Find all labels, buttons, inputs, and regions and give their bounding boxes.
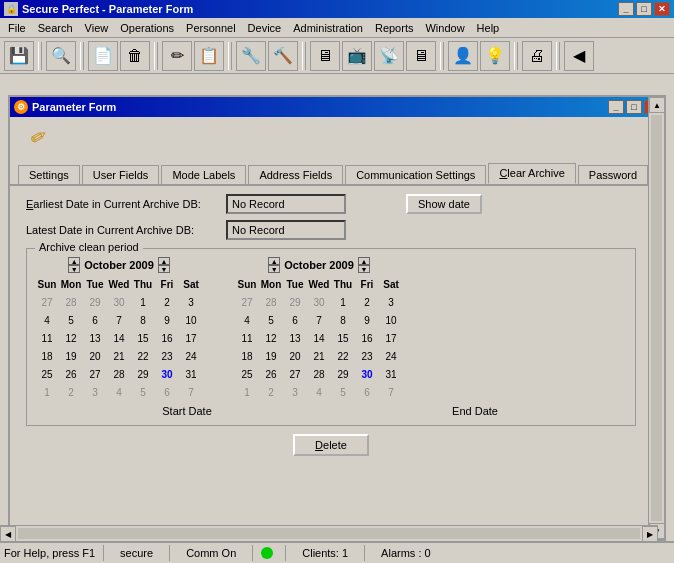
table-row[interactable]: 3 <box>283 383 307 401</box>
table-row[interactable]: 16 <box>155 329 179 347</box>
table-row[interactable]: 16 <box>355 329 379 347</box>
table-row[interactable]: 14 <box>307 329 331 347</box>
cal-right-down-button[interactable]: ▼ <box>268 265 280 273</box>
table-row[interactable]: 30 <box>355 365 379 383</box>
cal-right-down2-button[interactable]: ▼ <box>358 265 370 273</box>
table-row[interactable]: 12 <box>59 329 83 347</box>
table-row[interactable]: 23 <box>155 347 179 365</box>
table-row[interactable]: 9 <box>355 311 379 329</box>
cal-left-nav2[interactable]: ▲ ▼ <box>158 257 170 273</box>
table-row[interactable]: 10 <box>379 311 403 329</box>
menu-operations[interactable]: Operations <box>114 20 180 36</box>
light-button[interactable]: 💡 <box>480 41 510 71</box>
tab-password[interactable]: Password <box>578 165 648 184</box>
table-row[interactable]: 31 <box>379 365 403 383</box>
table-row[interactable]: 25 <box>35 365 59 383</box>
table-row[interactable]: 4 <box>235 311 259 329</box>
hscroll-right-button[interactable]: ▶ <box>642 526 658 542</box>
table-row[interactable]: 6 <box>83 311 107 329</box>
table-row[interactable]: 18 <box>235 347 259 365</box>
cal-right-up2-button[interactable]: ▲ <box>358 257 370 265</box>
table-row[interactable]: 5 <box>131 383 155 401</box>
scroll-up-button[interactable]: ▲ <box>649 97 665 113</box>
table-row[interactable]: 27 <box>83 365 107 383</box>
table-row[interactable]: 5 <box>259 311 283 329</box>
scroll-thumb[interactable] <box>651 115 662 521</box>
table-row[interactable]: 28 <box>59 293 83 311</box>
close-button[interactable]: ✕ <box>654 2 670 16</box>
table-row[interactable]: 15 <box>131 329 155 347</box>
cal-right-up-button[interactable]: ▲ <box>268 257 280 265</box>
menu-search[interactable]: Search <box>32 20 79 36</box>
hscroll-thumb[interactable] <box>18 528 640 539</box>
table-row[interactable]: 29 <box>83 293 107 311</box>
table-row[interactable]: 25 <box>235 365 259 383</box>
table-row[interactable]: 30 <box>107 293 131 311</box>
table-row[interactable]: 21 <box>307 347 331 365</box>
table-row[interactable]: 29 <box>131 365 155 383</box>
menu-help[interactable]: Help <box>471 20 506 36</box>
screen-button[interactable]: 🖥 <box>406 41 436 71</box>
table-row[interactable]: 8 <box>131 311 155 329</box>
cal-left-nav[interactable]: ▲ ▼ <box>68 257 80 273</box>
horizontal-scrollbar[interactable]: ◀ ▶ <box>0 525 658 541</box>
table-row[interactable]: 28 <box>259 293 283 311</box>
table-row[interactable]: 11 <box>235 329 259 347</box>
table-row[interactable]: 27 <box>235 293 259 311</box>
table-row[interactable]: 4 <box>307 383 331 401</box>
copy-button[interactable]: 📋 <box>194 41 224 71</box>
table-row[interactable]: 17 <box>379 329 403 347</box>
cal-left-down-button[interactable]: ▼ <box>68 265 80 273</box>
show-date-button[interactable]: Show date <box>406 194 482 214</box>
table-row[interactable]: 6 <box>155 383 179 401</box>
menu-personnel[interactable]: Personnel <box>180 20 242 36</box>
table-row[interactable]: 27 <box>283 365 307 383</box>
latest-date-input[interactable] <box>226 220 346 240</box>
param-minimize-button[interactable]: _ <box>608 100 624 114</box>
table-row[interactable]: 9 <box>155 311 179 329</box>
wifi-button[interactable]: 📡 <box>374 41 404 71</box>
monitor2-button[interactable]: 📺 <box>342 41 372 71</box>
cal-left-up-button[interactable]: ▲ <box>68 257 80 265</box>
save-button[interactable]: 💾 <box>4 41 34 71</box>
printer-button[interactable]: 🖨 <box>522 41 552 71</box>
table-row[interactable]: 6 <box>355 383 379 401</box>
tab-settings[interactable]: Settings <box>18 165 80 184</box>
user-button[interactable]: 👤 <box>448 41 478 71</box>
menu-window[interactable]: Window <box>419 20 470 36</box>
table-row[interactable]: 4 <box>35 311 59 329</box>
cal-right-nav[interactable]: ▲ ▼ <box>268 257 280 273</box>
table-row[interactable]: 4 <box>107 383 131 401</box>
hscroll-left-button[interactable]: ◀ <box>0 526 16 542</box>
table-row[interactable]: 7 <box>179 383 203 401</box>
table-row[interactable]: 6 <box>283 311 307 329</box>
minimize-button[interactable]: _ <box>618 2 634 16</box>
monitor-button[interactable]: 🖥 <box>310 41 340 71</box>
table-row[interactable]: 18 <box>35 347 59 365</box>
table-row[interactable]: 8 <box>331 311 355 329</box>
table-row[interactable]: 31 <box>179 365 203 383</box>
table-row[interactable]: 3 <box>379 293 403 311</box>
search-button[interactable]: 🔍 <box>46 41 76 71</box>
cal-left-up2-button[interactable]: ▲ <box>158 257 170 265</box>
table-row[interactable]: 30 <box>307 293 331 311</box>
vertical-scrollbar[interactable]: ▲ ▼ <box>648 97 664 539</box>
table-row[interactable]: 11 <box>35 329 59 347</box>
param-maximize-button[interactable]: □ <box>626 100 642 114</box>
table-row[interactable]: 7 <box>107 311 131 329</box>
table-row[interactable]: 1 <box>331 293 355 311</box>
table-row[interactable]: 7 <box>307 311 331 329</box>
table-row[interactable]: 3 <box>179 293 203 311</box>
table-row[interactable]: 27 <box>35 293 59 311</box>
table-row[interactable]: 22 <box>331 347 355 365</box>
cal-right-nav2[interactable]: ▲ ▼ <box>358 257 370 273</box>
table-row[interactable]: 12 <box>259 329 283 347</box>
tab-communication-settings[interactable]: Communication Settings <box>345 165 486 184</box>
table-row[interactable]: 22 <box>131 347 155 365</box>
back-button[interactable]: ◀ <box>564 41 594 71</box>
table-row[interactable]: 17 <box>179 329 203 347</box>
tab-clear-archive[interactable]: Clear Archive <box>488 163 575 184</box>
table-row[interactable]: 14 <box>107 329 131 347</box>
table-row[interactable]: 2 <box>155 293 179 311</box>
tab-mode-labels[interactable]: Mode Labels <box>161 165 246 184</box>
